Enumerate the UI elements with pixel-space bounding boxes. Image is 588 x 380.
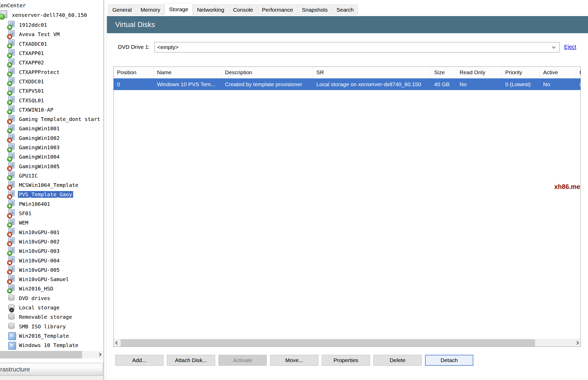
tree-item-ctxddc01[interactable]: CTXDDC01 (0, 77, 104, 86)
cell-sr: Local storage on xenserver-dell740_60.15… (313, 78, 431, 90)
tree-item-win10vgpu-005[interactable]: Win10vGPU-005 (0, 265, 104, 275)
vm-icon (7, 209, 16, 218)
watermark-text: xh86.me (554, 183, 580, 191)
cell-read-only: No (456, 78, 502, 90)
tree-item-ctxaddc01[interactable]: CTXADDC01 (0, 39, 104, 49)
tree-item-win10vgpu-004[interactable]: Win10vGPU-004 (0, 256, 104, 265)
tree-item-gamingwin1002[interactable]: GamingWin1002 (0, 133, 104, 143)
tree-item-label: Win10vGPU-Samuel (18, 276, 70, 283)
tree-item-mcswin1064-template[interactable]: MCSWin1064_Template (0, 180, 104, 190)
tree-item-label: Aveva Test VM (18, 31, 61, 38)
attach-disk-button[interactable]: Attach Disk... (167, 355, 215, 366)
tree-item-gaming-template-dont-start[interactable]: Gaming Template_dont start (0, 114, 104, 124)
column-header-name[interactable]: Name (154, 67, 222, 78)
sidebar-horizontal-scrollbar[interactable] (0, 351, 103, 358)
column-header-description[interactable]: Description (222, 67, 313, 78)
vm-icon (7, 143, 16, 152)
tree-item-wem[interactable]: WEM (0, 218, 104, 227)
scroll-right-icon[interactable] (98, 353, 101, 356)
table-horizontal-scrollbar[interactable] (114, 339, 580, 347)
tree-item-windows-10-template[interactable]: Windows 10 Template (0, 341, 104, 350)
properties-button[interactable]: Properties (322, 355, 370, 366)
tree-item-ctxpvs01[interactable]: CTXPVS01 (0, 86, 104, 96)
column-header-priority[interactable]: Priority (502, 67, 540, 78)
scrollbar-thumb[interactable] (0, 351, 82, 358)
tree-root-xencenter[interactable]: XenCenter (0, 1, 104, 10)
column-header-sr[interactable]: SR (313, 67, 431, 78)
tree-item-ctxsql01[interactable]: CTXSQL01 (0, 96, 104, 105)
tree-item-win10vgpu-003[interactable]: Win10vGPU-003 (0, 246, 104, 256)
tree-item-gamingwin1004[interactable]: GamingWin1004 (0, 152, 104, 161)
tree-item-gamingwin1003[interactable]: GamingWin1003 (0, 143, 104, 152)
tree-item-aveva-test-vm[interactable]: Aveva Test VM (0, 30, 104, 39)
scrollbar-thumb[interactable] (121, 339, 535, 347)
tree-item-label: SF01 (18, 210, 32, 217)
stopped-status-icon (7, 260, 12, 265)
eject-link[interactable]: Eject (564, 44, 576, 50)
tree-item-label: GamingWin1002 (18, 135, 61, 141)
tree-item-local-storage[interactable]: ✓Local storage (0, 303, 104, 312)
tree-item-pvs-template-gaoy[interactable]: PVS_Template_Gaoy (0, 190, 104, 199)
tree-item-smb-iso-library[interactable]: SMB ISO library (0, 322, 104, 331)
tree-item-label: Gaming Template_dont start (18, 116, 101, 123)
move-button[interactable]: Move... (270, 355, 318, 366)
delete-button[interactable]: Delete (373, 355, 422, 366)
scroll-right-icon[interactable] (575, 341, 579, 345)
main-panel: GeneralMemoryStorageNetworkingConsolePer… (107, 0, 588, 380)
tree-item-gamingwin1001[interactable]: GamingWin1001 (0, 124, 104, 133)
tree-item-win10vgpu-001[interactable]: Win10vGPU-001 (0, 228, 104, 237)
tree-item-win2016-hsd[interactable]: Win2016_HSD (0, 284, 104, 293)
column-header-read-only[interactable]: Read Only (456, 67, 502, 78)
server-label: xenserver-dell740_60.150 (11, 12, 88, 18)
tree-item-sf01[interactable]: SF01 (0, 209, 104, 218)
running-status-icon (7, 91, 12, 96)
tree-item-label: GamingWin1004 (18, 153, 61, 160)
sidebar-splitter[interactable] (104, 0, 104, 380)
tree-item-pwin106401[interactable]: PWin106401 (0, 199, 104, 209)
running-status-icon (7, 251, 12, 256)
tree-item-1912ddc01[interactable]: 1912ddc01 (0, 20, 104, 30)
tab-networking[interactable]: Networking (193, 4, 228, 15)
tree-item-ctxapp02[interactable]: CTXAPP02 (0, 58, 104, 67)
tree-item-server[interactable]: xenserver-dell740_60.150 (0, 10, 104, 20)
tab-storage[interactable]: Storage (165, 3, 193, 15)
tab-search[interactable]: Search (332, 4, 358, 15)
tree-item-ctxwin10-ap[interactable]: CTXWIN10-AP (0, 105, 104, 114)
tree-item-ctxapp01[interactable]: CTXAPP01 (0, 49, 104, 58)
table-row[interactable]: 0Windows 10 PVS Tem...Created by templat… (114, 78, 580, 90)
tree-item-gpu1ic[interactable]: GPU1IC (0, 171, 104, 180)
tree-item-dvd-drives[interactable]: DVD drives (0, 294, 104, 303)
tree-item-removable-storage[interactable]: Removable storage (0, 312, 104, 322)
detach-button[interactable]: Detach (425, 355, 473, 366)
add-button[interactable]: Add... (115, 355, 163, 366)
tree-item-ctxappprotect[interactable]: CTXAPPProtect (0, 67, 104, 77)
vm-icon (7, 171, 16, 180)
vm-icon (7, 162, 16, 171)
column-header-position[interactable]: Position (114, 67, 154, 78)
tree-item-win10vgpu-samuel[interactable]: Win10vGPU-Samuel (0, 275, 104, 284)
tab-general[interactable]: General (108, 4, 136, 15)
infrastructure-bar[interactable]: rastructure (0, 363, 103, 376)
tree-item-win2016-template[interactable]: Win2016_Template (0, 331, 104, 341)
scroll-left-icon[interactable] (115, 341, 119, 345)
tree-item-label: CTXPVS01 (18, 87, 45, 94)
tab-performance[interactable]: Performance (258, 4, 297, 15)
vm-icon (7, 21, 16, 29)
tree-item-gamingwin1005[interactable]: GamingWin1005 (0, 161, 104, 171)
tab-console[interactable]: Console (229, 4, 257, 15)
tree-item-win10vgpu-002[interactable]: Win10vGPU-002 (0, 237, 104, 246)
tab-memory[interactable]: Memory (136, 4, 165, 15)
column-header-active[interactable]: Active (540, 67, 576, 78)
default-sr-check-icon: ✓ (9, 308, 14, 313)
tree-item-label: Win2016_HSD (18, 285, 54, 292)
column-header-size[interactable]: Size (431, 67, 456, 78)
panel-title: Virtual Disks (115, 21, 155, 29)
vm-icon (7, 275, 16, 284)
tab-snapshots[interactable]: Snapshots (298, 4, 332, 15)
button-row: Add...Attach Disk...ActivateMove...Prope… (115, 355, 473, 366)
dvd-drive-dropdown[interactable]: <empty> (154, 42, 559, 52)
running-status-icon (7, 109, 12, 114)
vm-icon (7, 49, 16, 58)
running-status-icon (7, 147, 12, 152)
column-header-device[interactable]: D (576, 67, 581, 78)
